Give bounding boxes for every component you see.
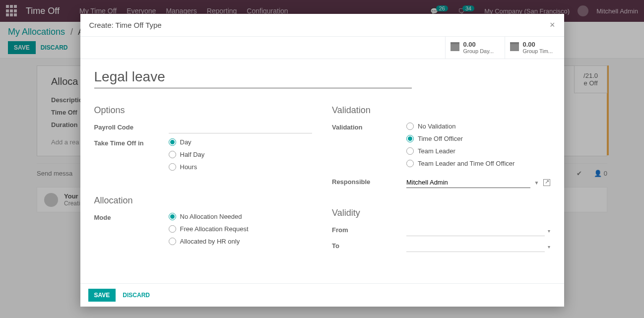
radio-time-off-officer[interactable]: Time Off Officer bbox=[406, 135, 550, 142]
label-take-time-off-in: Take Time Off in bbox=[94, 138, 169, 147]
radio-label: No Validation bbox=[418, 123, 455, 130]
to-date-input[interactable] bbox=[406, 241, 545, 252]
label-validation: Validation bbox=[332, 123, 406, 131]
radio-free-allocation[interactable]: Free Allocation Request bbox=[169, 225, 313, 233]
name-input[interactable] bbox=[94, 66, 412, 88]
radio-label: Half Day bbox=[180, 151, 205, 158]
payroll-code-input[interactable] bbox=[169, 123, 313, 133]
from-date-input[interactable] bbox=[406, 225, 545, 236]
responsible-input[interactable] bbox=[406, 177, 530, 188]
radio-icon bbox=[169, 225, 176, 233]
radio-icon bbox=[169, 163, 176, 171]
radio-hours[interactable]: Hours bbox=[169, 163, 313, 171]
radio-icon bbox=[406, 123, 414, 130]
radio-half-day[interactable]: Half Day bbox=[169, 151, 313, 158]
modal-body: 0.00 Group Day... 0.00 Group Tim... bbox=[80, 37, 564, 283]
chevron-down-icon[interactable]: ▼ bbox=[534, 180, 539, 186]
label-to: To bbox=[332, 241, 406, 250]
radio-label: Allocated by HR only bbox=[180, 238, 240, 245]
external-link-icon[interactable] bbox=[543, 179, 550, 186]
section-validity: Validity bbox=[332, 208, 550, 218]
modal-discard-button[interactable]: DISCARD bbox=[123, 292, 150, 299]
stat-label: Group Tim... bbox=[523, 48, 553, 55]
right-column: Validation Validation No Validation Time… bbox=[332, 105, 550, 257]
section-options: Options bbox=[94, 105, 313, 116]
radio-icon bbox=[169, 151, 176, 158]
radio-label: Time Off Officer bbox=[418, 135, 463, 142]
section-validation: Validation bbox=[332, 105, 550, 116]
radio-icon bbox=[169, 138, 176, 146]
radio-no-validation[interactable]: No Validation bbox=[406, 123, 550, 130]
radio-label: Team Leader and Time Off Officer bbox=[418, 160, 515, 167]
radio-label: Team Leader bbox=[418, 147, 455, 155]
radio-hr-only[interactable]: Allocated by HR only bbox=[169, 238, 313, 245]
radio-icon bbox=[406, 147, 414, 155]
stat-value: 0.00 bbox=[523, 41, 553, 48]
mode-radios: No Allocation Needed Free Allocation Req… bbox=[169, 213, 313, 250]
label-mode: Mode bbox=[94, 213, 169, 221]
validation-radios: No Validation Time Off Officer Team Lead… bbox=[406, 123, 550, 172]
close-icon[interactable]: × bbox=[550, 20, 555, 30]
chevron-down-icon[interactable]: ▾ bbox=[548, 244, 550, 250]
modal-title: Create: Time Off Type bbox=[89, 21, 162, 29]
stat-group-time[interactable]: 0.00 Group Tim... bbox=[505, 37, 564, 59]
chevron-down-icon[interactable]: ▾ bbox=[548, 228, 550, 234]
archive-icon bbox=[451, 44, 459, 51]
radio-icon bbox=[169, 213, 176, 220]
radio-day[interactable]: Day bbox=[169, 138, 313, 146]
radio-icon bbox=[406, 160, 414, 167]
label-payroll-code: Payroll Code bbox=[94, 123, 169, 131]
radio-label: No Allocation Needed bbox=[180, 213, 242, 220]
left-column: Options Payroll Code Take Time Off in Da… bbox=[94, 105, 313, 257]
section-allocation: Allocation bbox=[94, 195, 313, 206]
stat-group-days[interactable]: 0.00 Group Day... bbox=[445, 37, 505, 59]
radio-team-leader[interactable]: Team Leader bbox=[406, 147, 550, 155]
stat-value: 0.00 bbox=[463, 41, 494, 48]
radio-no-allocation[interactable]: No Allocation Needed bbox=[169, 213, 313, 220]
stat-buttons: 0.00 Group Day... 0.00 Group Tim... bbox=[80, 37, 564, 59]
create-time-off-type-modal: Create: Time Off Type × 0.00 Group Day..… bbox=[80, 14, 564, 307]
modal-header: Create: Time Off Type × bbox=[80, 14, 564, 37]
modal-save-button[interactable]: SAVE bbox=[88, 289, 116, 302]
label-from: From bbox=[332, 225, 406, 234]
radio-icon bbox=[169, 238, 176, 245]
take-time-off-radios: Day Half Day Hours bbox=[169, 138, 313, 176]
archive-icon bbox=[510, 44, 519, 51]
modal-footer: SAVE DISCARD bbox=[80, 283, 564, 307]
radio-label: Hours bbox=[180, 163, 197, 171]
modal-overlay[interactable]: Create: Time Off Type × 0.00 Group Day..… bbox=[0, 0, 644, 318]
radio-label: Free Allocation Request bbox=[180, 225, 249, 233]
stat-label: Group Day... bbox=[463, 48, 494, 55]
label-responsible: Responsible bbox=[332, 177, 406, 186]
radio-label: Day bbox=[180, 138, 192, 146]
radio-team-leader-and-officer[interactable]: Team Leader and Time Off Officer bbox=[406, 160, 550, 167]
radio-icon bbox=[406, 135, 414, 142]
